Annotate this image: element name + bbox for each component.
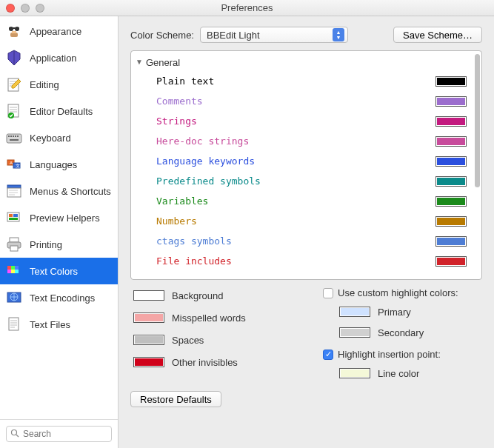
color-row[interactable]: ctags symbols: [136, 231, 467, 251]
misspelled-swatch[interactable]: [133, 312, 164, 323]
secondary-label: Secondary: [378, 327, 424, 338]
color-row[interactable]: Here-doc strings: [136, 131, 467, 151]
sidebar-item-menus-shortcuts[interactable]: Menus & Shortcuts: [0, 178, 118, 204]
svg-text:A: A: [10, 161, 13, 165]
svg-line-38: [16, 435, 19, 437]
primary-swatch[interactable]: [339, 307, 370, 317]
sidebar-item-text-files[interactable]: Text Files: [0, 311, 118, 338]
color-swatch[interactable]: [435, 256, 467, 267]
svg-rect-9: [8, 136, 10, 137]
sidebar-list: Appearance Application Editing: [0, 16, 118, 419]
line-color-row: Line color: [323, 366, 482, 381]
sidebar-item-label: Application: [30, 53, 77, 64]
colors-scroll[interactable]: ▼ General Plain textCommentsStringsHere-…: [131, 51, 474, 279]
color-swatch[interactable]: [435, 236, 467, 247]
scheme-select[interactable]: BBEdit Light ▲▼: [200, 27, 348, 43]
zoom-button[interactable]: [36, 4, 44, 13]
svg-rect-24: [9, 218, 18, 220]
color-swatch[interactable]: [435, 76, 467, 87]
sidebar-item-preview-helpers[interactable]: Preview Helpers: [0, 204, 118, 231]
svg-rect-14: [10, 139, 19, 141]
sidebar-item-label: Printing: [30, 239, 62, 250]
secondary-swatch[interactable]: [339, 327, 370, 338]
color-row-label: Plain text: [156, 76, 214, 87]
svg-rect-33: [15, 270, 19, 273]
svg-rect-2: [9, 27, 19, 29]
content: Color Scheme: BBEdit Light ▲▼ Save Schem…: [119, 16, 494, 448]
text-colors-icon: [4, 261, 24, 281]
appearance-icon: [4, 21, 24, 41]
sidebar-item-label: Menus & Shortcuts: [30, 186, 111, 197]
background-swatch[interactable]: [133, 290, 164, 301]
color-swatch[interactable]: [435, 216, 467, 227]
color-swatch[interactable]: [435, 176, 467, 187]
text-files-icon: [4, 315, 24, 334]
svg-rect-13: [17, 136, 19, 137]
sidebar-item-editing[interactable]: Editing: [0, 71, 118, 98]
color-swatch[interactable]: [435, 156, 467, 167]
disclosure-triangle-icon[interactable]: ▼: [136, 58, 143, 66]
primary-label: Primary: [378, 307, 411, 318]
svg-rect-11: [13, 136, 14, 137]
restore-defaults-button[interactable]: Restore Defaults: [130, 391, 221, 407]
svg-rect-19: [7, 185, 21, 188]
color-row[interactable]: Comments: [136, 91, 467, 111]
colors-box: ▼ General Plain textCommentsStringsHere-…: [130, 50, 482, 280]
color-row[interactable]: Language keywords: [136, 151, 467, 171]
color-swatch[interactable]: [435, 96, 467, 107]
color-row-label: Numbers: [156, 215, 197, 227]
color-row-label: Here-doc strings: [156, 136, 249, 147]
insertion-row[interactable]: ✓ Highlight insertion point:: [323, 349, 482, 360]
other-invisibles-swatch[interactable]: [133, 357, 164, 367]
svg-rect-30: [15, 266, 19, 270]
close-button[interactable]: [6, 4, 15, 13]
sidebar-item-application[interactable]: Application: [0, 44, 118, 71]
sidebar-item-editor-defaults[interactable]: Editor Defaults: [0, 98, 118, 124]
line-color-swatch[interactable]: [339, 368, 370, 378]
bottom-options: Background Misspelled words Spaces Other…: [130, 287, 482, 381]
custom-highlight-checkbox[interactable]: [323, 288, 333, 298]
search-icon: [10, 429, 19, 440]
sidebar-item-label: Appearance: [30, 26, 81, 37]
body: Appearance Application Editing: [0, 16, 494, 448]
sidebar-item-keyboard[interactable]: Keyboard: [0, 124, 118, 151]
color-row[interactable]: Plain text: [136, 71, 467, 91]
spaces-swatch[interactable]: [133, 335, 164, 345]
color-swatch[interactable]: [435, 196, 467, 207]
color-row[interactable]: File includes: [136, 251, 467, 271]
color-row[interactable]: Numbers: [136, 211, 467, 231]
minimize-button[interactable]: [21, 4, 30, 13]
scrollbar[interactable]: [475, 53, 480, 278]
sidebar-item-printing[interactable]: Printing: [0, 231, 118, 258]
scheme-label: Color Scheme:: [130, 30, 194, 41]
scrollbar-thumb[interactable]: [475, 54, 480, 187]
section-header[interactable]: ▼ General: [136, 56, 467, 71]
color-row-label: Variables: [156, 195, 208, 207]
sidebar-item-label: Keyboard: [30, 133, 71, 144]
sidebar-item-appearance[interactable]: Appearance: [0, 18, 118, 44]
color-swatch[interactable]: [435, 116, 467, 127]
misspelled-row: Misspelled words: [133, 310, 308, 326]
svg-rect-29: [11, 266, 15, 270]
svg-rect-36: [9, 318, 19, 330]
color-row-label: Predefined symbols: [156, 175, 261, 187]
background-label: Background: [172, 290, 223, 301]
editing-icon: [4, 75, 24, 94]
custom-highlight-row[interactable]: Use custom highlight colors:: [323, 287, 482, 298]
titlebar: Preferences: [0, 0, 494, 16]
save-scheme-button[interactable]: Save Scheme…: [393, 27, 482, 43]
svg-rect-8: [7, 134, 21, 143]
search-input[interactable]: [6, 426, 112, 442]
misspelled-label: Misspelled words: [172, 312, 246, 324]
languages-icon: A文: [4, 155, 24, 174]
color-row-label: File includes: [156, 255, 232, 267]
svg-rect-28: [7, 266, 11, 270]
insertion-checkbox[interactable]: ✓: [323, 350, 333, 360]
color-swatch[interactable]: [435, 136, 467, 147]
color-row[interactable]: Strings: [136, 111, 467, 131]
sidebar-item-text-colors[interactable]: Text Colors: [0, 258, 118, 284]
sidebar-item-languages[interactable]: A文 Languages: [0, 151, 118, 178]
color-row[interactable]: Variables: [136, 191, 467, 211]
sidebar-item-text-encodings[interactable]: Text Encodings: [0, 284, 118, 311]
color-row[interactable]: Predefined symbols: [136, 171, 467, 191]
